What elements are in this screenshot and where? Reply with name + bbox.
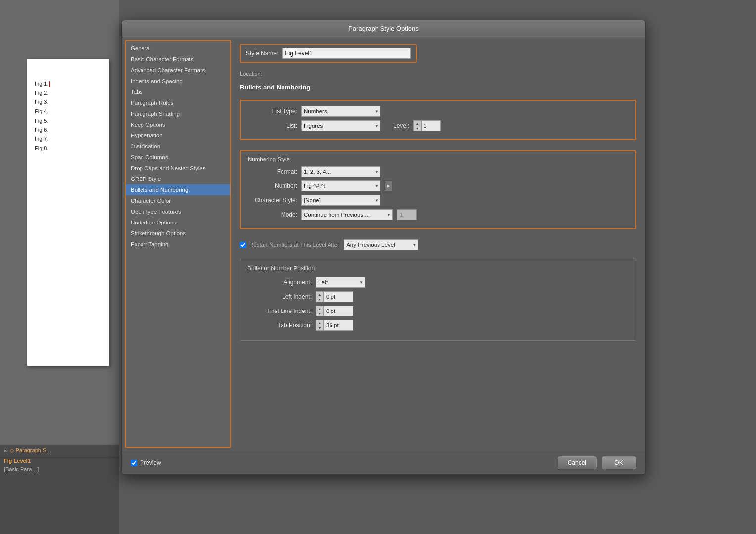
sidebar-item-opentype[interactable]: OpenType Features [126, 206, 230, 217]
sidebar: General Basic Character Formats Advanced… [125, 40, 231, 448]
first-line-indent-up-btn[interactable]: ▲ [316, 306, 323, 311]
bottom-panel-title: ◇ Paragraph S… [10, 447, 51, 454]
mode-label: Mode: [248, 211, 297, 218]
sidebar-item-hyphenation[interactable]: Hyphenation [126, 130, 230, 141]
restart-numbers-checkbox[interactable] [240, 242, 246, 248]
sidebar-item-drop-caps[interactable]: Drop Caps and Nested Styles [126, 163, 230, 174]
ok-button[interactable]: OK [602, 456, 636, 469]
list-select[interactable]: Figures [301, 120, 380, 131]
level-up-btn[interactable]: ▲ [414, 121, 421, 126]
dialog-footer: Preview Cancel OK [122, 451, 645, 474]
format-label: Format: [248, 168, 297, 175]
sidebar-item-bullets-numbering[interactable]: Bullets and Numbering [126, 184, 230, 195]
bullet-position-box: Bullet or Number Position Alignment: Lef… [240, 259, 636, 341]
sidebar-item-grep-style[interactable]: GREP Style [126, 174, 230, 184]
sidebar-item-keep-options[interactable]: Keep Options [126, 119, 230, 130]
fig-item-3: Fig 3. [35, 97, 101, 107]
list-type-box: List Type: Numbers List: Figures Level [240, 100, 636, 140]
location-label: Location: [240, 71, 262, 77]
mode-row: Mode: Continue from Previous ... [248, 209, 628, 220]
level-down-btn[interactable]: ▼ [414, 126, 421, 131]
close-icon[interactable]: × [4, 448, 7, 454]
document-page: Fig 1. Fig 2. Fig 3. Fig 4. Fig 5. Fig 6… [27, 59, 109, 366]
bottom-panel-header: × ◇ Paragraph S… [0, 445, 119, 456]
number-label: Number: [248, 182, 297, 189]
left-indent-up-btn[interactable]: ▲ [316, 292, 323, 297]
sidebar-item-basic-char[interactable]: Basic Character Formats [126, 54, 230, 65]
sidebar-item-tabs[interactable]: Tabs [126, 87, 230, 97]
alignment-label: Alignment: [247, 279, 312, 286]
sidebar-item-justification[interactable]: Justification [126, 141, 230, 152]
char-style-select[interactable]: [None] [301, 195, 380, 206]
document-content: Fig 1. Fig 2. Fig 3. Fig 4. Fig 5. Fig 6… [27, 59, 109, 161]
tab-position-label: Tab Position: [247, 322, 312, 329]
bottom-panel: × ◇ Paragraph S… Fig Level1 [Basic Para…… [0, 445, 119, 534]
dialog-titlebar: Paragraph Style Options [122, 20, 645, 37]
sidebar-item-strikethrough[interactable]: Strikethrough Options [126, 228, 230, 239]
left-indent-spinner: ▲ ▼ [316, 291, 353, 302]
first-line-indent-label: First Line Indent: [247, 308, 312, 314]
sidebar-item-underline[interactable]: Underline Options [126, 217, 230, 228]
char-style-row: Character Style: [None] [248, 195, 628, 206]
preview-label: Preview [140, 459, 161, 466]
list-type-select-wrapper: Numbers [301, 106, 380, 117]
sidebar-item-general[interactable]: General [126, 43, 230, 54]
sidebar-item-export-tagging[interactable]: Export Tagging [126, 239, 230, 250]
bottom-panel-sub-item: [Basic Para…] [0, 465, 119, 473]
left-indent-down-btn[interactable]: ▼ [316, 297, 323, 302]
restart-select-wrapper: Any Previous Level [344, 239, 418, 250]
fig-item-1: Fig 1. [35, 79, 101, 89]
tab-position-down-btn[interactable]: ▼ [316, 325, 323, 330]
mode-select[interactable]: Continue from Previous ... [301, 209, 393, 220]
numbering-style-box: Numbering Style Format: 1, 2, 3, 4... Nu… [240, 150, 636, 229]
cancel-button[interactable]: Cancel [558, 456, 597, 469]
number-select-wrapper: Fig ^#.^t [301, 180, 380, 191]
tab-position-up-btn[interactable]: ▲ [316, 320, 323, 325]
number-expand-btn[interactable]: ▶ [384, 180, 392, 191]
level-input[interactable] [421, 120, 441, 131]
dialog-title: Paragraph Style Options [348, 25, 419, 32]
style-name-label: Style Name: [246, 50, 278, 57]
fig-item-8: Fig 8. [35, 144, 101, 153]
list-type-select[interactable]: Numbers [301, 106, 380, 117]
list-row: List: Figures Level: ▲ ▼ [248, 120, 628, 131]
fig-item-7: Fig 7. [35, 134, 101, 144]
tab-position-input[interactable] [324, 320, 353, 331]
alignment-select-wrapper: Left [316, 277, 365, 288]
fig-item-5: Fig 5. [35, 116, 101, 126]
bottom-panel-style-item[interactable]: Fig Level1 [0, 456, 119, 465]
restart-select[interactable]: Any Previous Level [344, 239, 418, 250]
paragraph-style-dialog: Paragraph Style Options General Basic Ch… [121, 20, 646, 475]
sidebar-item-advanced-char[interactable]: Advanced Character Formats [126, 65, 230, 76]
char-style-select-wrapper: [None] [301, 195, 380, 206]
list-type-row: List Type: Numbers [248, 106, 628, 117]
sidebar-item-span-columns[interactable]: Span Columns [126, 152, 230, 163]
sidebar-item-para-shading[interactable]: Paragraph Shading [126, 108, 230, 119]
sidebar-item-char-color[interactable]: Character Color [126, 195, 230, 206]
preview-row: Preview [131, 459, 161, 466]
footer-buttons: Cancel OK [558, 456, 636, 469]
left-indent-input[interactable] [324, 291, 353, 302]
first-line-indent-down-btn[interactable]: ▼ [316, 311, 323, 316]
list-type-label: List Type: [248, 108, 297, 115]
left-indent-label: Left Indent: [247, 293, 312, 300]
char-style-label: Character Style: [248, 197, 297, 204]
preview-checkbox[interactable] [131, 460, 137, 466]
list-label: List: [248, 122, 297, 129]
tab-position-spinner-buttons: ▲ ▼ [316, 320, 324, 331]
mode-number-input[interactable] [397, 209, 417, 220]
format-select[interactable]: 1, 2, 3, 4... [301, 166, 380, 177]
style-name-input[interactable] [282, 48, 411, 59]
sidebar-item-indents[interactable]: Indents and Spacing [126, 76, 230, 87]
bullet-position-label: Bullet or Number Position [247, 265, 629, 272]
fig-item-6: Fig 6. [35, 125, 101, 134]
alignment-select[interactable]: Left [316, 277, 365, 288]
sidebar-item-para-rules[interactable]: Paragraph Rules [126, 97, 230, 108]
first-line-indent-input[interactable] [324, 306, 353, 316]
bullets-numbering-heading: Bullets and Numbering [240, 84, 636, 91]
main-content: Style Name: Location: Bullets and Number… [231, 37, 645, 451]
number-select[interactable]: Fig ^#.^t [301, 180, 380, 191]
style-name-row: Style Name: [240, 44, 417, 63]
text-cursor [49, 81, 50, 87]
level-label: Level: [384, 122, 409, 129]
